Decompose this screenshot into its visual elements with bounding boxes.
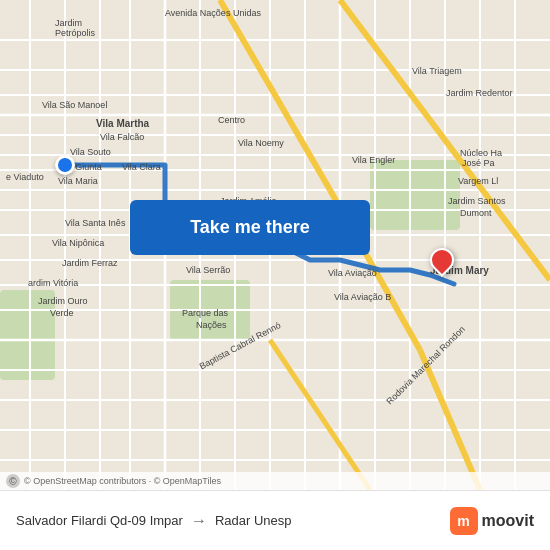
map-label-dumont: Dumont [460,208,492,218]
map-label-vila-maria: Vila Maria [58,176,98,186]
map-label-vila-sao-manoel: Vila São Manoel [42,100,107,110]
map-label-viaduto: e Viaduto [6,172,44,182]
map-label-martha: Vila Martha [96,118,149,129]
attribution-text: © OpenStreetMap contributors · © OpenMap… [24,476,221,486]
map-label-jardim-redentor: Jardim Redentor [446,88,513,98]
map-label-vila-serrao: Vila Serrão [186,265,230,275]
map-label-jardim-petropolis: Jardim [55,18,82,28]
map-label-vila-triagem: Vila Triagem [412,66,462,76]
map-label-vila-souto: Vila Souto [70,147,111,157]
map-label-avenida-nacoes: Avenida Nações Unidas [165,8,261,18]
map-label-vargem: Vargem Ll [458,176,498,186]
start-marker [55,155,75,175]
map-label-parque-das: Parque das [182,308,228,318]
map-label-vila-noemy: Vila Noemy [238,138,284,148]
map-label-jardim-ouro: Jardim Ouro [38,296,88,306]
map-label-centro: Centro [218,115,245,125]
map-label-nucleo: Núcleo Ha [460,148,502,158]
map-label-verde: Verde [50,308,74,318]
map-label-vila-aviacao: Vila Aviação [328,268,377,278]
map-label-vila-falcao: Vila Falcão [100,132,144,142]
map-label-jardim-santos: Jardim Santos [448,196,506,206]
bottom-bar: Salvador Filardi Qd-09 Impar → Radar Une… [0,490,550,550]
route-from: Salvador Filardi Qd-09 Impar [16,513,183,528]
map-label-jardim-vitoria: ardim Vitória [28,278,78,288]
map-label-vila-santa: Vila Santa Inês [65,218,125,228]
route-info: Salvador Filardi Qd-09 Impar → Radar Une… [16,512,292,530]
map-label-jardim-petropolis2: Petrópolis [55,28,95,38]
moovit-text: moovit [482,512,534,530]
route-arrow-icon: → [191,512,207,530]
moovit-logo: m moovit [450,507,534,535]
map-label-jose: José Pa [462,158,495,168]
map-container: Jardim Petrópolis Vila São Manoel Vila M… [0,0,550,490]
attribution-icon: © [6,474,20,488]
moovit-icon: m [450,507,478,535]
svg-line-36 [270,340,370,490]
map-label-vila-aviacao-b: Vila Aviação B [334,292,391,302]
map-attribution: © © OpenStreetMap contributors · © OpenM… [0,472,550,490]
map-label-vila-engler: Vila Engler [352,155,395,165]
map-label-nacoes: Nações [196,320,227,330]
map-label-vila-niponica: Vila Nipônica [52,238,104,248]
take-me-there-button[interactable]: Take me there [130,200,370,255]
route-to: Radar Unesp [215,513,292,528]
map-label-jardim-ferraz: Jardim Ferraz [62,258,118,268]
map-label-vila-clara: Vila Clara [122,162,161,172]
